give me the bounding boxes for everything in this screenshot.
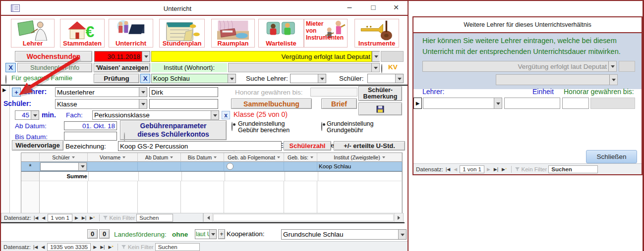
new-record-button[interactable]: ▶* bbox=[107, 245, 114, 250]
record-position[interactable]: 1935 von 3335 bbox=[47, 243, 91, 251]
scroll-left-button[interactable] bbox=[204, 213, 213, 222]
close-button[interactable]: × bbox=[390, 2, 403, 13]
table-cell[interactable] bbox=[181, 162, 224, 171]
chevron-down-icon[interactable] bbox=[318, 74, 326, 83]
chevron-down-icon[interactable] bbox=[209, 230, 216, 239]
toolbar-button-instrumente[interactable]: Instrumente bbox=[354, 19, 399, 48]
secondary-combo[interactable] bbox=[496, 74, 618, 85]
column-header[interactable]: Bis Datum bbox=[181, 153, 224, 162]
minimize-button[interactable]: – bbox=[343, 3, 356, 12]
next-record-button[interactable]: ▶ bbox=[74, 215, 79, 220]
sammelbuchung-button[interactable]: Sammelbuchung bbox=[231, 99, 312, 109]
schueler-combo[interactable]: Klasse bbox=[55, 99, 147, 109]
chevron-down-icon[interactable] bbox=[395, 74, 403, 83]
schliessen-button[interactable]: Schließen bbox=[586, 150, 637, 163]
bis-datum-radio[interactable] bbox=[124, 132, 125, 142]
previous-record-button[interactable]: ◀ bbox=[41, 215, 46, 220]
koop-combo[interactable]: Koop Schlau bbox=[151, 74, 236, 83]
wiedervorlage-button[interactable]: Wiedervorlage bbox=[12, 140, 63, 151]
honorar-field[interactable] bbox=[310, 88, 357, 97]
chevron-down-icon[interactable] bbox=[78, 163, 86, 170]
scrollbar-track[interactable] bbox=[213, 214, 394, 221]
suche-schueler-combo[interactable] bbox=[367, 74, 404, 83]
search-input[interactable]: Suchen bbox=[136, 214, 173, 222]
schuelerzahl-button[interactable]: Schülerzahl bbox=[284, 141, 331, 151]
new-row-schueler-combo[interactable] bbox=[40, 162, 87, 171]
first-record-button[interactable]: |◀ bbox=[32, 245, 39, 250]
chevron-down-icon[interactable] bbox=[139, 100, 147, 108]
chevron-down-icon[interactable] bbox=[372, 51, 380, 61]
waisen-anzeigen-button[interactable]: 'Waisen' anzeigen bbox=[94, 63, 150, 72]
chevron-down-icon[interactable] bbox=[609, 75, 617, 85]
bezeichnung-field[interactable]: Koop GS-2 Percussion bbox=[118, 141, 282, 151]
zero-button-2[interactable]: 0 bbox=[99, 229, 110, 239]
toolbar-button-stundenplan[interactable]: Stundenplan bbox=[159, 19, 205, 48]
next-record-button[interactable]: ▶ bbox=[486, 167, 491, 172]
search-input[interactable]: Suchen bbox=[155, 243, 200, 251]
toolbar-button-unterricht[interactable]: Unterricht bbox=[109, 19, 153, 48]
lehrer-vorname-field[interactable]: Dirk bbox=[149, 87, 218, 97]
chevron-down-icon[interactable] bbox=[494, 98, 502, 108]
table-cell[interactable] bbox=[88, 162, 138, 171]
column-header[interactable]: Institut (Zweigstelle) bbox=[317, 153, 402, 162]
chevron-down-icon[interactable] bbox=[371, 63, 379, 72]
table-cell[interactable] bbox=[284, 162, 317, 171]
chevron-down-icon[interactable] bbox=[211, 111, 219, 119]
chevron-down-icon[interactable] bbox=[228, 74, 235, 83]
toolbar-button-warteliste[interactable]: Warteliste bbox=[258, 19, 304, 48]
fach-combo[interactable]: Perkussionsklasse bbox=[92, 110, 219, 120]
lehrer-combo[interactable]: Musterlehrer bbox=[55, 87, 147, 97]
first-record-button[interactable]: |◀ bbox=[33, 215, 39, 220]
bis-datum-field[interactable] bbox=[64, 132, 117, 141]
column-header[interactable]: Vorname bbox=[88, 153, 138, 162]
grundeinstellung-grundgebuehr-radio[interactable] bbox=[321, 122, 322, 131]
last-record-button[interactable]: ▶| bbox=[493, 167, 499, 172]
toolbar-button-mieter-von-instrumenten[interactable]: Mieter von Instrumenten bbox=[304, 19, 348, 48]
stundenplan-info-button[interactable]: Stundenplan-Info bbox=[17, 63, 92, 72]
laut-combo[interactable]: laut Ur bbox=[195, 229, 217, 239]
table-new-row[interactable]: * Koop Schlau bbox=[21, 162, 402, 171]
weitere-lehrer-combo[interactable] bbox=[423, 98, 502, 109]
column-header[interactable]: Geb. ab Folgemonat bbox=[224, 153, 284, 162]
gebuehrenparameter-button[interactable]: Gebührenparameter dieses Schülerkontos bbox=[120, 120, 227, 140]
honorar-field[interactable] bbox=[562, 98, 589, 109]
last-record-button[interactable]: ▶| bbox=[99, 245, 106, 250]
familie-radio[interactable] bbox=[5, 75, 6, 84]
save-button[interactable] bbox=[358, 102, 402, 115]
folgemonat-radio[interactable] bbox=[227, 163, 234, 170]
chevron-down-icon[interactable] bbox=[398, 230, 406, 239]
previous-record-button[interactable]: ◀ bbox=[40, 245, 46, 250]
record-selector[interactable]: ▶ bbox=[413, 98, 422, 109]
new-record-button[interactable]: ▶* bbox=[89, 215, 96, 220]
institut-combo[interactable] bbox=[228, 63, 380, 72]
maximize-button[interactable]: □ bbox=[367, 3, 380, 11]
table-cell[interactable] bbox=[224, 162, 284, 171]
toolbar-button-stammdaten[interactable]: € Stammdaten bbox=[60, 19, 105, 48]
kooperation-combo[interactable]: Grundschule Schlau bbox=[281, 229, 407, 240]
horizontal-scrollbar[interactable] bbox=[203, 213, 404, 222]
toolbar-button-lehrer[interactable]: Lehrer bbox=[11, 19, 55, 48]
zero-button-1[interactable]: 0 bbox=[87, 229, 98, 239]
chevron-down-icon[interactable] bbox=[31, 111, 39, 119]
chevron-down-icon[interactable] bbox=[139, 88, 147, 97]
erteilte-ustd-button[interactable]: +/- erteilte U-Std. bbox=[334, 141, 405, 151]
new-record-button[interactable]: ▶* bbox=[501, 167, 508, 172]
previous-record-button[interactable]: ◀ bbox=[453, 167, 458, 172]
koop-checkbox[interactable]: X bbox=[140, 74, 150, 83]
chevron-down-icon[interactable] bbox=[608, 61, 616, 71]
toolbar-button-raumplan[interactable]: Raumplan bbox=[211, 19, 255, 48]
first-record-button[interactable]: |◀ bbox=[445, 167, 451, 172]
column-header[interactable]: Ab Datum bbox=[138, 153, 181, 162]
record-position[interactable]: 1 von 1 bbox=[48, 214, 72, 222]
table-cell[interactable] bbox=[138, 162, 181, 171]
minutes-combo[interactable]: 45 bbox=[15, 110, 39, 120]
next-record-button[interactable]: ▶ bbox=[92, 245, 98, 250]
add-record-button[interactable]: + bbox=[12, 88, 21, 97]
einheit-field[interactable] bbox=[504, 98, 560, 109]
date-combo[interactable]: 30.11.2018 bbox=[94, 51, 150, 62]
clear-fach-button[interactable]: x bbox=[222, 111, 230, 119]
brief-button[interactable]: Brief bbox=[321, 99, 357, 109]
deputat-combo-arrow[interactable] bbox=[372, 51, 380, 62]
kv-radio[interactable] bbox=[381, 64, 382, 73]
ab-datum-field[interactable]: 01. Okt. 18 bbox=[64, 121, 117, 130]
